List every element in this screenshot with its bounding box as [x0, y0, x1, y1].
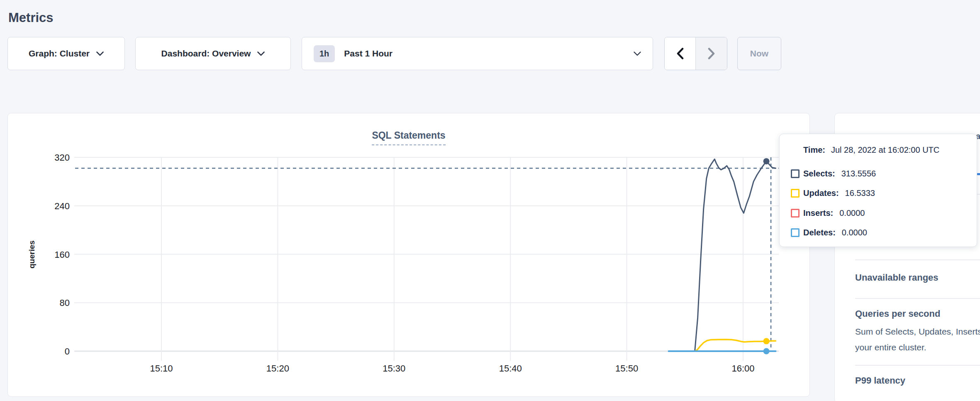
sidebar-heading-unavailable-ranges: Unavailable ranges: [855, 272, 939, 283]
deletes-swatch-icon: [791, 228, 800, 237]
tooltip-row-label: Deletes:: [803, 228, 836, 237]
chevron-left-icon: [677, 48, 684, 59]
svg-text:16:00: 16:00: [731, 363, 754, 374]
divider: [855, 259, 980, 260]
tooltip-time-label: Time:: [803, 145, 825, 154]
updates-swatch-icon: [791, 189, 800, 198]
prev-time-button[interactable]: [665, 37, 696, 70]
tooltip-row-label: Updates:: [803, 188, 839, 198]
chevron-down-icon: [634, 51, 641, 56]
now-button-label: Now: [750, 49, 768, 59]
svg-text:15:40: 15:40: [499, 363, 522, 374]
tooltip-row-value: 0.0000: [842, 228, 867, 237]
divider: [855, 365, 980, 366]
chevron-down-icon: [96, 51, 104, 56]
svg-text:15:20: 15:20: [266, 363, 289, 374]
tooltip-row-label: Inserts:: [803, 208, 833, 218]
divider: [855, 298, 980, 299]
tooltip-row-value: 0.0000: [839, 208, 865, 218]
next-time-button[interactable]: [696, 37, 727, 70]
dashboard-dropdown[interactable]: Dashboard: Overview: [135, 37, 291, 70]
chart-title[interactable]: SQL Statements: [372, 130, 445, 145]
time-range-selector[interactable]: 1h Past 1 Hour: [302, 37, 653, 70]
svg-text:15:30: 15:30: [383, 363, 405, 374]
sql-statements-chart-card: 08016024032015:1015:2015:3015:4015:5016:…: [7, 113, 810, 397]
chevron-right-icon: [708, 48, 715, 59]
metrics-page: { "page": { "title": "Metrics" }, "toolb…: [0, 0, 980, 401]
sidebar-description-line: Sum of Selects, Updates, Inserts and Del…: [855, 327, 980, 337]
tooltip-row-label: Selects:: [803, 169, 835, 178]
chevron-down-icon: [257, 51, 265, 56]
tooltip-row-value: 16.5333: [845, 188, 875, 198]
time-range-label: Past 1 Hour: [344, 49, 392, 59]
chart-hover-tooltip: Time:Jul 28, 2022 at 16:02:00 UTC Select…: [779, 134, 977, 247]
inserts-swatch-icon: [791, 209, 800, 218]
svg-text:160: 160: [54, 249, 70, 260]
tooltip-row-value: 313.5556: [841, 169, 876, 178]
tooltip-time-row: Time:Jul 28, 2022 at 16:02:00 UTC: [803, 145, 939, 155]
time-range-badge: 1h: [314, 45, 335, 62]
graph-dropdown[interactable]: Graph: Cluster: [7, 37, 125, 70]
tooltip-time-value: Jul 28, 2022 at 16:02:00 UTC: [831, 145, 939, 154]
svg-text:15:50: 15:50: [615, 363, 638, 374]
svg-text:320: 320: [54, 152, 70, 163]
selects-swatch-icon: [791, 169, 800, 178]
time-step-buttons: [664, 37, 727, 70]
sidebar-heading-queries-per-second: Queries per second: [855, 308, 940, 319]
clipped-blue-value-fragment: [977, 173, 980, 175]
svg-text:0: 0: [65, 346, 70, 357]
tooltip-row-updates: Updates: 16.5333: [791, 188, 875, 198]
sidebar-description-line: your entire cluster.: [855, 342, 926, 352]
tooltip-row-selects: Selects: 313.5556: [791, 169, 876, 178]
svg-text:80: 80: [60, 298, 70, 308]
tooltip-row-deletes: Deletes: 0.0000: [791, 228, 867, 237]
dashboard-dropdown-label: Dashboard: Overview: [161, 49, 251, 59]
now-button[interactable]: Now: [737, 37, 781, 70]
tooltip-row-inserts: Inserts: 0.0000: [791, 208, 865, 218]
sidebar-heading-p99-latency: P99 latency: [855, 375, 905, 386]
svg-text:15:10: 15:10: [150, 363, 173, 374]
graph-dropdown-label: Graph: Cluster: [29, 49, 90, 59]
svg-text:queries: queries: [27, 240, 36, 269]
svg-text:240: 240: [54, 201, 70, 211]
sql-statements-chart[interactable]: 08016024032015:1015:2015:3015:4015:5016:…: [8, 113, 810, 397]
page-title: Metrics: [8, 10, 54, 25]
